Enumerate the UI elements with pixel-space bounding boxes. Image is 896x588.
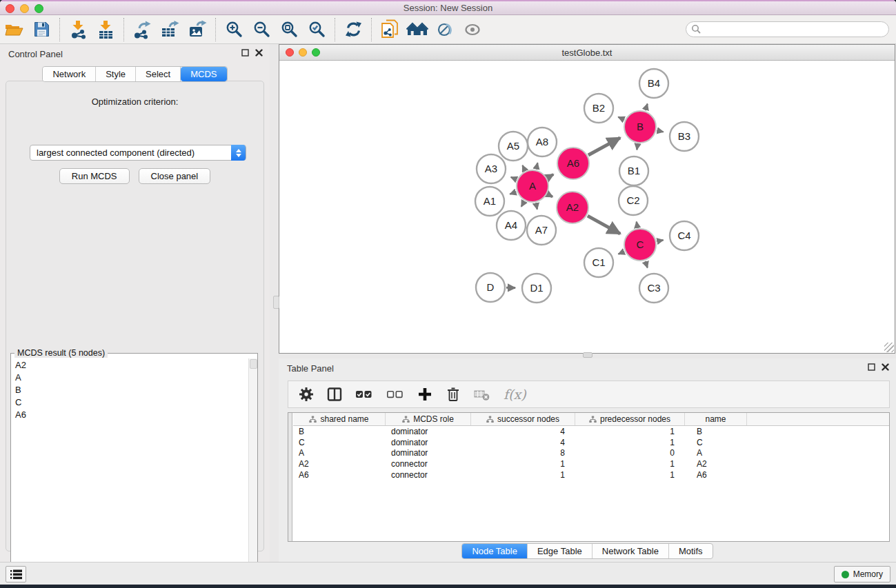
- edge-A-A8[interactable]: [536, 163, 537, 169]
- table-row[interactable]: Bdominator41B: [293, 426, 889, 437]
- node-C1[interactable]: C1: [584, 248, 613, 277]
- run-mcds-button[interactable]: Run MCDS: [59, 168, 130, 184]
- export-network-button[interactable]: [128, 17, 156, 42]
- cell-successor-nodes[interactable]: 8: [471, 448, 575, 458]
- mcds-result-item[interactable]: B: [12, 383, 248, 396]
- node-A3[interactable]: A3: [477, 154, 506, 183]
- cell-successor-nodes[interactable]: 4: [471, 427, 575, 436]
- node-C3[interactable]: C3: [639, 274, 668, 303]
- task-history-button[interactable]: [6, 566, 26, 582]
- mcds-result-item[interactable]: A6: [12, 408, 248, 420]
- home-button[interactable]: [404, 17, 431, 42]
- tab-mcds[interactable]: MCDS: [181, 67, 226, 81]
- edge-C-C1[interactable]: [618, 252, 624, 254]
- column-header-name[interactable]: name: [685, 413, 747, 425]
- select-all-checkboxes-icon[interactable]: [355, 387, 373, 402]
- node-C[interactable]: C: [624, 229, 656, 261]
- edge-C-C4[interactable]: [657, 240, 663, 241]
- edge-A-A3[interactable]: [511, 177, 517, 179]
- toggle-panes-icon[interactable]: [327, 387, 342, 402]
- zoom-in-button[interactable]: [220, 17, 248, 42]
- node-C2[interactable]: C2: [619, 186, 648, 215]
- export-table-button[interactable]: [156, 17, 183, 42]
- node-A[interactable]: A: [517, 170, 548, 202]
- node-D1[interactable]: D1: [522, 274, 551, 303]
- cell-shared-name[interactable]: A6: [293, 470, 386, 480]
- tab-motifs[interactable]: Motifs: [669, 544, 713, 558]
- node-B4[interactable]: B4: [639, 69, 668, 98]
- node-table[interactable]: shared nameMCDS rolesuccessor nodesprede…: [288, 412, 890, 542]
- column-header-successor-nodes[interactable]: successor nodes: [471, 413, 575, 425]
- node-A5[interactable]: A5: [499, 132, 528, 161]
- node-A8[interactable]: A8: [528, 128, 557, 156]
- column-header-shared-name[interactable]: shared name: [293, 413, 386, 425]
- cell-MCDS-role[interactable]: dominator: [386, 448, 471, 458]
- node-A2[interactable]: A2: [557, 192, 588, 223]
- cell-predecessor-nodes[interactable]: 1: [575, 438, 685, 447]
- edge-A-A6[interactable]: [548, 174, 553, 178]
- import-network-button[interactable]: [64, 17, 92, 42]
- edge-A-A5[interactable]: [522, 165, 525, 171]
- table-row[interactable]: Adominator80A: [293, 448, 889, 459]
- export-image-button[interactable]: [183, 17, 211, 42]
- column-header-MCDS-role[interactable]: MCDS role: [386, 413, 471, 425]
- node-B2[interactable]: B2: [584, 94, 613, 123]
- minimize-window-button[interactable]: [20, 4, 29, 13]
- float-panel-icon[interactable]: [868, 363, 875, 371]
- edge-A-A4[interactable]: [521, 201, 524, 207]
- cell-shared-name[interactable]: C: [293, 438, 386, 447]
- minimize-network-window-button[interactable]: [299, 48, 307, 57]
- node-B[interactable]: B: [624, 111, 656, 143]
- cell-MCDS-role[interactable]: dominator: [386, 438, 471, 447]
- tab-node-table[interactable]: Node Table: [462, 544, 528, 558]
- settings-gear-icon[interactable]: [299, 387, 314, 402]
- cell-predecessor-nodes[interactable]: 1: [575, 427, 685, 436]
- show-graphics-details-button[interactable]: [431, 17, 459, 42]
- cell-name[interactable]: A6: [685, 470, 747, 480]
- tab-style[interactable]: Style: [96, 67, 136, 81]
- deselect-all-checkboxes-icon[interactable]: [386, 387, 404, 402]
- cell-MCDS-role[interactable]: connector: [386, 459, 471, 469]
- edge-A-A7[interactable]: [536, 203, 537, 209]
- mcds-result-item[interactable]: A2: [12, 358, 248, 371]
- close-panel-icon[interactable]: [255, 49, 263, 57]
- window-resize-grip[interactable]: [884, 343, 894, 352]
- open-file-button[interactable]: [0, 17, 28, 42]
- cell-MCDS-role[interactable]: dominator: [386, 427, 471, 436]
- cell-shared-name[interactable]: A: [293, 448, 386, 458]
- node-B3[interactable]: B3: [670, 122, 699, 151]
- zoom-fit-button[interactable]: [275, 17, 303, 42]
- cell-successor-nodes[interactable]: 1: [471, 470, 575, 480]
- cell-shared-name[interactable]: B: [293, 427, 386, 436]
- column-header-predecessor-nodes[interactable]: predecessor nodes: [575, 413, 685, 425]
- delete-table-icon[interactable]: [474, 387, 490, 402]
- search-input[interactable]: [686, 21, 889, 37]
- edge-A6-B[interactable]: [588, 138, 620, 155]
- tab-edge-table[interactable]: Edge Table: [528, 544, 593, 558]
- edge-B-B2[interactable]: [618, 117, 624, 120]
- edge-C-C2[interactable]: [637, 222, 637, 228]
- edge-A2-C[interactable]: [588, 216, 620, 234]
- cell-successor-nodes[interactable]: 1: [471, 459, 575, 469]
- cell-successor-nodes[interactable]: 4: [471, 438, 575, 447]
- tab-select[interactable]: Select: [136, 67, 181, 81]
- edge-A-A1[interactable]: [510, 192, 516, 194]
- import-table-button[interactable]: [92, 17, 119, 42]
- tab-network-table[interactable]: Network Table: [593, 544, 669, 558]
- zoom-selected-button[interactable]: [303, 17, 330, 42]
- add-column-icon[interactable]: [417, 387, 432, 402]
- memory-button[interactable]: Memory: [834, 566, 890, 582]
- refresh-view-button[interactable]: [339, 17, 367, 42]
- edge-B-B4[interactable]: [646, 104, 648, 111]
- network-window-titlebar[interactable]: testGlobe.txt: [279, 45, 895, 61]
- cell-predecessor-nodes[interactable]: 1: [575, 470, 685, 480]
- toggle-eye-button[interactable]: [459, 17, 486, 42]
- mcds-result-list[interactable]: A2ABCA6: [12, 358, 248, 585]
- edge-C-C3[interactable]: [646, 261, 648, 268]
- cell-shared-name[interactable]: A2: [293, 459, 386, 469]
- mcds-result-item[interactable]: C: [12, 396, 248, 408]
- node-A4[interactable]: A4: [497, 211, 526, 240]
- mcds-result-item[interactable]: A: [12, 371, 248, 383]
- function-builder-icon[interactable]: f(x): [504, 387, 526, 402]
- node-A7[interactable]: A7: [527, 216, 556, 245]
